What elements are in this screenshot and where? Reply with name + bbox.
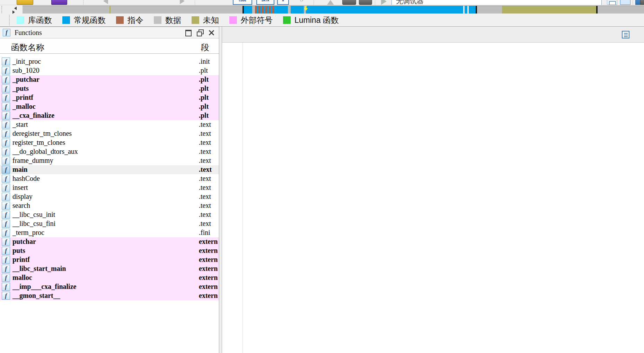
function-segment: extern <box>199 274 219 282</box>
function-row-__libc_start_main[interactable]: f__libc_start_mainextern <box>0 264 219 273</box>
function-row-_puts[interactable]: f_puts.plt <box>0 84 219 93</box>
function-row-deregister_tm_clones[interactable]: fderegister_tm_clones.text <box>0 129 219 138</box>
legend-drag-handle[interactable] <box>9 15 11 25</box>
function-name: __libc_csu_fini <box>12 220 55 228</box>
function-name: _malloc <box>12 103 36 111</box>
function-row-puts[interactable]: fputsextern <box>0 246 219 255</box>
function-row-insert[interactable]: finsert.text <box>0 183 219 192</box>
function-segment: .text <box>199 220 219 228</box>
restore-window-icon[interactable] <box>184 29 193 36</box>
toolbar-separator <box>633 0 633 5</box>
function-row-register_tm_clones[interactable]: fregister_tm_clones.text <box>0 138 219 147</box>
navigation-band[interactable] <box>23 6 644 14</box>
function-row-_term_proc[interactable]: f_term_proc.fini <box>0 228 219 237</box>
function-segment: .plt <box>199 67 219 74</box>
struct-button-icon[interactable]: S <box>297 0 306 5</box>
function-row-__do_global_dtors_aux[interactable]: f__do_global_dtors_aux.text <box>0 147 219 156</box>
navband-scroll-right-icon[interactable] <box>12 10 17 14</box>
cut-button-icon[interactable] <box>359 0 372 5</box>
function-segment: extern <box>199 265 219 273</box>
forward-button-icon[interactable] <box>178 0 190 5</box>
function-row-__imp___cxa_finalize[interactable]: f__imp___cxa_finalizeextern <box>0 282 219 291</box>
edge-button-icon[interactable] <box>640 0 644 5</box>
function-name: main <box>12 166 27 174</box>
function-row-_putchar[interactable]: f_putchar.plt <box>0 75 219 84</box>
snapshot-button-icon[interactable] <box>342 0 356 5</box>
function-segment: .plt <box>199 112 219 120</box>
open-file-button-icon[interactable] <box>17 0 33 5</box>
database-snapshot-button-icon[interactable] <box>51 0 67 5</box>
function-segment: .text <box>199 139 219 147</box>
navband-scroll-left-icon[interactable] <box>12 7 17 10</box>
toolbar-separator <box>314 0 314 5</box>
function-row-__libc_csu_init[interactable]: f__libc_csu_init.text <box>0 210 219 219</box>
legend-item: 常规函数 <box>62 15 106 26</box>
back-button-icon[interactable] <box>99 0 111 5</box>
navband-drag-handle[interactable] <box>1 6 3 13</box>
lumina-function-swatch <box>283 16 291 24</box>
function-segment: extern <box>199 283 219 291</box>
function-segment: .text <box>199 166 219 174</box>
function-name: puts <box>12 247 25 255</box>
column-header-function-name[interactable]: 函数名称 <box>11 42 44 53</box>
function-row-frame_dummy[interactable]: fframe_dummy.text <box>0 156 219 165</box>
data-swatch <box>154 16 161 24</box>
close-panel-icon[interactable] <box>207 29 216 36</box>
regular-function-swatch <box>62 16 70 24</box>
function-icon: f <box>2 211 10 219</box>
function-row-__gmon_start__[interactable]: f__gmon_start__extern <box>0 291 219 300</box>
function-name: printf <box>12 256 30 264</box>
functions-panel-title: Functions <box>15 29 181 37</box>
color-legend: 库函数常规函数指令数据未知外部符号Lumina 函数 <box>0 14 644 27</box>
column-header-segment[interactable]: 段 <box>201 42 209 53</box>
function-row-sub_1020[interactable]: fsub_1020.plt <box>0 66 219 75</box>
navband-segment-gray <box>288 6 291 14</box>
navband-segment-gray <box>252 6 255 14</box>
start-process-button-icon[interactable] <box>379 0 390 5</box>
function-row-display[interactable]: fdisplay.text <box>0 192 219 201</box>
function-name: __do_global_dtors_aux <box>12 148 78 156</box>
function-name: __libc_csu_init <box>12 211 55 219</box>
function-row-main[interactable]: fmain.text <box>0 165 219 174</box>
function-icon: f <box>2 121 10 129</box>
make-code-button-icon[interactable]: CODE <box>233 0 252 5</box>
legend-label: 外部符号 <box>241 15 273 26</box>
window-button-selected-icon[interactable] <box>620 0 630 5</box>
function-row-malloc[interactable]: fmallocextern <box>0 273 219 282</box>
function-segment: .plt <box>199 76 219 83</box>
function-icon: f <box>2 247 10 255</box>
function-row-_init_proc[interactable]: f_init_proc.init <box>0 57 219 66</box>
function-row-_printf[interactable]: f_printf.plt <box>0 93 219 102</box>
navband-segment-stripes <box>255 6 275 14</box>
function-row-__cxa_finalize[interactable]: f__cxa_finalize.plt <box>0 111 219 120</box>
function-row-_malloc[interactable]: f_malloc.plt <box>0 102 219 111</box>
make-name-button-icon[interactable]: N <box>277 0 289 5</box>
function-row-printf[interactable]: fprintfextern <box>0 255 219 264</box>
function-icon: f <box>2 193 10 201</box>
debugger-dropdown[interactable]: 无调试器 <box>391 0 602 5</box>
function-row-hashCode[interactable]: fhashCode.text <box>0 174 219 183</box>
function-row-search[interactable]: fsearch.text <box>0 201 219 210</box>
function-icon: f <box>2 175 10 183</box>
function-name: __cxa_finalize <box>12 112 54 120</box>
functions-panel: f Functions 函数名称 段 f_init_proc.initfsub_… <box>0 27 219 353</box>
panel-splitter[interactable] <box>220 27 222 353</box>
function-row-putchar[interactable]: fputcharextern <box>0 237 219 246</box>
function-icon: f <box>2 229 10 237</box>
window-button-icon[interactable] <box>607 0 617 5</box>
function-row-_start[interactable]: f_start.text <box>0 120 219 129</box>
float-window-icon[interactable] <box>195 29 204 36</box>
toolbar-separator <box>83 0 83 5</box>
pseudocode-view[interactable] <box>222 43 644 353</box>
legend-label: 库函数 <box>28 15 52 26</box>
functions-panel-titlebar: f Functions <box>0 27 219 38</box>
function-icon: f <box>2 220 10 228</box>
function-segment: .text <box>199 175 219 183</box>
jump-up-button-icon[interactable] <box>325 0 337 5</box>
window-list-icon[interactable] <box>622 31 629 38</box>
make-data-button-icon[interactable]: DATA <box>256 0 274 5</box>
function-name: deregister_tm_clones <box>12 130 72 138</box>
legend-item: 未知 <box>192 15 219 26</box>
function-row-__libc_csu_fini[interactable]: f__libc_csu_fini.text <box>0 219 219 228</box>
function-icon: f <box>2 238 10 246</box>
